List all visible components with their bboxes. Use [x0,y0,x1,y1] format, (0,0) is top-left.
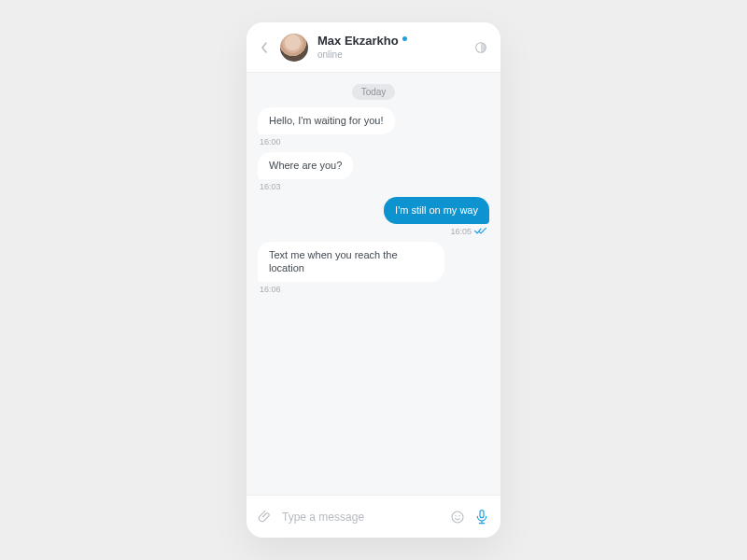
attach-button[interactable] [258,510,273,525]
message-input-bar [247,495,500,538]
moon-icon [473,40,488,55]
message-bubble[interactable]: Text me when you reach the location [258,242,444,283]
svg-point-1 [452,511,463,523]
svg-point-3 [458,514,459,515]
message-time: 16:06 [258,285,281,294]
message-in: Text me when you reach the location 16:0… [258,242,489,295]
online-indicator-icon [402,36,407,41]
message-out: I'm still on my way 16:05 [258,197,489,236]
date-separator: Today [352,84,396,100]
message-meta: 16:05 [450,227,489,236]
svg-rect-4 [480,510,484,517]
voice-message-button[interactable] [474,509,489,525]
back-button[interactable] [258,41,271,54]
emoji-button[interactable] [450,510,465,525]
contact-info[interactable]: Max Ekzarkho online [317,35,463,59]
message-time: 16:00 [258,137,281,147]
chevron-left-icon [261,42,268,53]
message-input[interactable] [282,511,441,524]
microphone-icon [474,509,489,525]
chat-screen: Max Ekzarkho online Today Hello, I'm wai… [247,22,500,538]
message-in: Where are you? 16:03 [258,152,489,191]
avatar[interactable] [280,34,308,62]
message-in: Hello, I'm waiting for you! 16:00 [258,107,489,147]
paperclip-icon [258,510,273,525]
theme-toggle-button[interactable] [472,39,489,56]
message-time: 16:05 [450,227,472,236]
svg-point-2 [455,514,456,515]
message-bubble[interactable]: I'm still on my way [384,197,489,224]
read-receipt-icon [474,227,487,235]
contact-name: Max Ekzarkho [317,35,399,48]
message-bubble[interactable]: Where are you? [258,152,353,179]
chat-header: Max Ekzarkho online [247,22,500,73]
smile-icon [450,510,465,525]
message-time: 16:03 [258,182,281,191]
messages-list[interactable]: Today Hello, I'm waiting for you! 16:00 … [247,73,500,495]
message-bubble[interactable]: Hello, I'm waiting for you! [258,107,395,134]
contact-status: online [317,49,463,60]
